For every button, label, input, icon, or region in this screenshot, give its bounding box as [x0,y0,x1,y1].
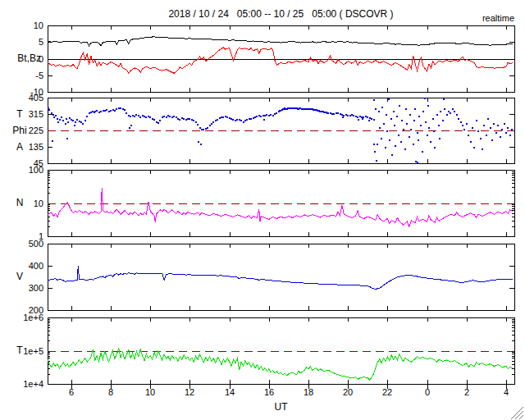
density-ytick-label: 100 [29,165,43,175]
xaxis-tick-label: 22 [382,387,392,397]
phi-dot [173,116,175,117]
phi_scatter-dot [442,120,444,121]
phi-dot [215,120,217,121]
temp-ytick-label: 1e+6 [23,313,43,322]
phi_scatter-dot [409,136,410,138]
phi-dot [79,121,80,122]
phi-dot [189,118,190,120]
phi_scatter-dot [462,125,463,126]
phi-dot [357,116,358,118]
phi_scatter-dot [493,123,495,125]
phi-dot [65,123,66,125]
phi_scatter-dot [386,114,387,116]
phi_scatter-dot [509,135,511,136]
phi_scatter-dot [477,130,479,132]
phi_scatter-dot [379,127,381,129]
phi-dot [145,116,147,118]
phi-dot [363,116,364,118]
phi-dot [191,119,193,121]
resize-grip-icon [515,411,523,419]
phi-dot [158,122,159,124]
phi_scatter-dot [394,125,395,126]
phi-dot [343,115,345,116]
phi-dot [243,121,244,123]
resize-grip-icon [519,415,523,419]
phi_scatter-dot [375,108,377,110]
phi-dot [124,109,126,111]
xaxis-tick-label: 6 [69,387,74,397]
phi-dot [57,118,58,120]
phi-dot [347,115,349,116]
speed-ytick-label: 400 [29,261,43,271]
phi_scatter-dot [490,127,491,129]
phi-dot [66,138,68,139]
phi-dot [90,112,92,113]
phi_scatter-dot [470,141,472,143]
xaxis-tick-label: 16 [264,387,274,397]
phi-dot [126,112,127,114]
phi-dot [52,114,54,116]
phi-dot [59,119,61,121]
phi_scatter-dot [378,111,380,112]
phi-dot [89,112,90,114]
xaxis-tick-label: 18 [304,387,313,397]
phi-dot [262,115,264,116]
phi-dot [112,109,114,111]
phi-dot [340,113,341,115]
phi-dot [222,116,224,118]
phi_scatter-dot [476,120,477,121]
speed-panel-frame [48,244,514,310]
phi_scatter-dot [388,98,390,100]
phi-ytick-label: 405 [29,93,43,103]
phi-dot [118,107,120,109]
phi-dot [342,116,344,118]
phi-dot [207,127,208,129]
phi_scatter-dot [427,105,429,107]
phi_scatter-dot [398,135,399,136]
phi_scatter-dot [446,114,448,116]
phi_scatter-dot [454,111,455,112]
phi-dot [200,144,202,145]
phi_scatter-dot [377,144,378,145]
phi-dot [187,118,189,120]
phi-dot [130,116,131,117]
phi-dot [156,121,158,123]
phi-dot [181,117,183,119]
phi_scatter-dot [418,116,420,117]
phi_scatter-dot [400,141,402,143]
phi_scatter-dot [438,125,440,126]
phi_scatter-dot [406,123,408,125]
phi-dot [203,129,204,130]
phi-dot [358,119,359,121]
phi-dot [266,114,267,116]
phi-dot [239,119,240,121]
xaxis-tick-label: 10 [145,387,155,397]
phi-dot [349,115,351,116]
phi-dot [217,119,218,121]
phi-dot [226,116,228,118]
phi-dot [205,128,207,130]
phi_scatter-dot [422,151,423,153]
phi-dot [333,113,335,115]
phi-dot [163,116,165,117]
phi-dot [240,120,242,121]
phi_scatter-dot [501,129,503,130]
phi-ytick-label: 225 [29,126,43,135]
phi-dot [225,116,226,117]
phi_scatter-dot [472,127,473,129]
phi_scatter-dot [460,121,462,123]
phi-dot [48,109,50,111]
phi_scatter-dot [413,120,415,121]
t-trace [48,349,513,380]
phi-dot [258,115,260,116]
bt-trace [48,37,513,46]
phi_scatter-dot [427,135,428,136]
phi-dot [80,121,82,123]
phi_scatter-dot [417,162,418,163]
phi-dot [132,115,134,116]
mag-ytick-label: -5 [35,71,43,80]
phi_scatter-dot [487,118,489,120]
phi-dot [130,125,132,126]
phi-dot [236,119,238,121]
phi_scatter-dot [399,105,400,107]
